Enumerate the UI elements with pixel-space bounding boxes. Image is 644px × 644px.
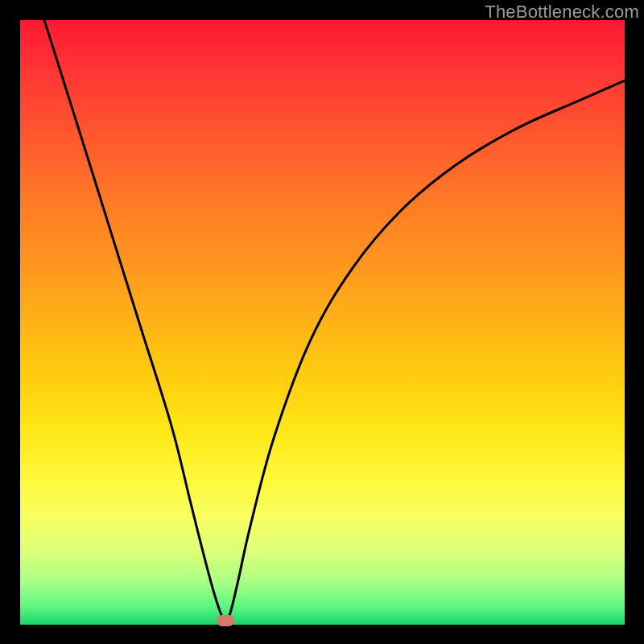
minimum-marker [217, 615, 234, 626]
plot-area [20, 20, 625, 625]
bottleneck-curve [44, 20, 625, 621]
curve-svg [20, 20, 625, 625]
chart-frame: TheBottleneck.com [0, 0, 644, 644]
watermark-text: TheBottleneck.com [485, 2, 639, 23]
